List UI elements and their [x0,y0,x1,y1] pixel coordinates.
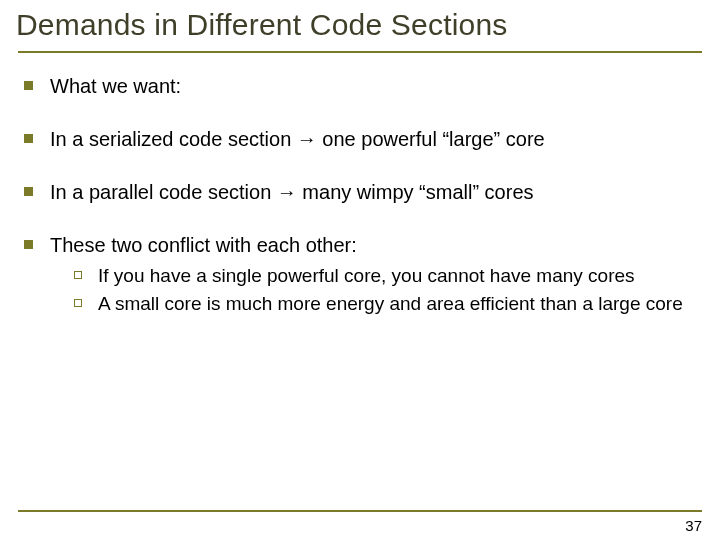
slide-title: Demands in Different Code Sections [16,8,702,42]
page-number: 37 [685,517,702,534]
slide: Demands in Different Code Sections What … [0,0,720,540]
bullet-item: In a serialized code section → one power… [22,127,690,152]
bullet-item: These two conflict with each other: If y… [22,233,690,316]
bullet-text-part: In a serialized code section [50,128,297,150]
sub-bullet-item: A small core is much more energy and are… [74,292,690,316]
bullet-text-part: In a parallel code section [50,181,277,203]
content-area: What we want: In a serialized code secti… [22,74,690,316]
bullet-text-part: many wimpy “small” cores [297,181,534,203]
sub-bullet-item: If you have a single powerful core, you … [74,264,690,288]
sub-bullet-list: If you have a single powerful core, you … [50,264,690,316]
bullet-item: What we want: [22,74,690,99]
bullet-item: In a parallel code section → many wimpy … [22,180,690,205]
title-underline [18,51,702,53]
bullet-list: What we want: In a serialized code secti… [22,74,690,316]
sub-bullet-text: A small core is much more energy and are… [98,293,683,314]
footer-rule [18,510,702,512]
bullet-text-part: one powerful “large” core [317,128,545,150]
bullet-text: These two conflict with each other: [50,234,357,256]
bullet-text: What we want: [50,75,181,97]
sub-bullet-text: If you have a single powerful core, you … [98,265,635,286]
arrow-icon: → [277,181,297,203]
arrow-icon: → [297,128,317,150]
